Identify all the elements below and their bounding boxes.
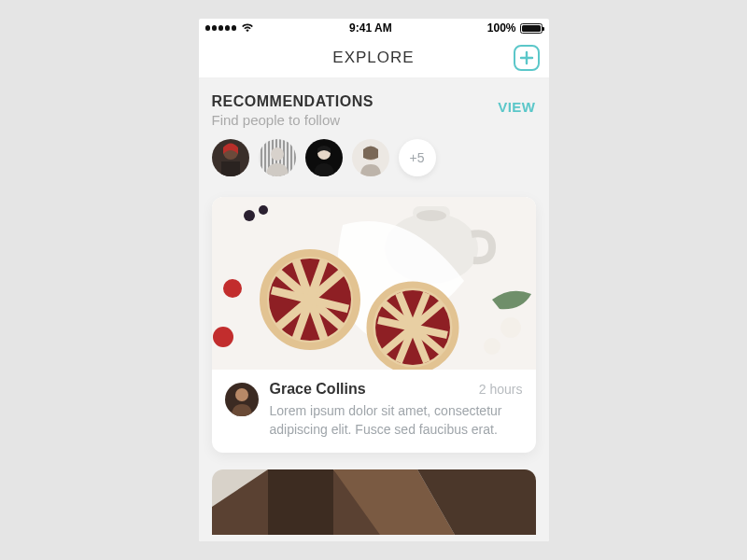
content-scroll[interactable]: RECOMMENDATIONS Find people to follow VI… [199,78,549,541]
svg-point-19 [244,210,255,221]
avatar[interactable] [259,139,296,176]
svg-rect-2 [221,161,240,176]
recommendation-avatars: +5 [212,139,536,176]
wifi-icon [241,23,254,33]
post-author-avatar[interactable] [225,383,259,416]
page-title: EXPLORE [332,49,414,67]
svg-point-17 [223,279,242,298]
svg-point-18 [213,327,233,347]
add-button[interactable] [514,45,540,71]
recommendations-title: RECOMMENDATIONS [212,93,374,110]
navbar: EXPLORE [199,37,549,78]
battery-percent: 100% [487,21,516,35]
status-bar: 9:41 AM 100% [199,19,549,37]
svg-point-14 [416,210,446,221]
svg-point-38 [235,388,248,401]
post-body: Grace Collins 2 hours Lorem ipsum dolor … [212,370,536,453]
phone-frame: 9:41 AM 100% EXPLORE RECOMMENDATIONS Fin… [199,19,549,541]
status-clock: 9:41 AM [349,21,392,35]
post-image [212,197,536,370]
avatar[interactable] [212,139,249,176]
view-all-link[interactable]: VIEW [498,99,535,115]
svg-point-15 [500,317,521,338]
plus-icon [519,50,534,65]
post-description: Lorem ipsum dolor sit amet, consectetur … [270,401,523,440]
recommendations-header: RECOMMENDATIONS Find people to follow VI… [212,93,536,128]
post-card[interactable]: Grace Collins 2 hours Lorem ipsum dolor … [212,197,536,453]
post-timestamp: 2 hours [479,382,523,397]
avatar[interactable] [305,139,343,176]
battery-icon [520,23,543,34]
svg-point-16 [484,338,500,355]
post-card-next[interactable] [212,469,536,535]
svg-point-20 [259,205,268,215]
avatar[interactable] [352,139,389,176]
status-left [205,23,255,33]
status-right: 100% [487,21,543,35]
avatar-overflow[interactable]: +5 [399,139,436,176]
svg-rect-40 [268,469,333,535]
signal-dots-icon [205,25,237,31]
post-author-name[interactable]: Grace Collins [270,381,366,398]
svg-point-6 [271,147,284,161]
recommendations-subtitle: Find people to follow [212,112,374,128]
